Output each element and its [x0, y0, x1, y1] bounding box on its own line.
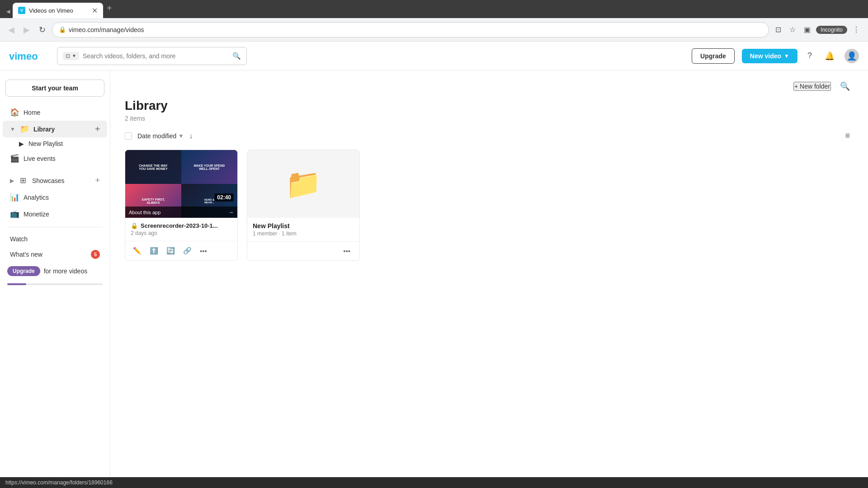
- search-input[interactable]: [83, 52, 229, 60]
- upgrade-row: Upgrade for more videos: [0, 263, 110, 280]
- video-loop-button[interactable]: 🔄: [164, 245, 177, 257]
- sidebar-toggle-icon[interactable]: ▣: [801, 23, 813, 36]
- upgrade-pill-button[interactable]: Upgrade: [7, 266, 40, 276]
- address-bar[interactable]: 🔒 vimeo.com/manage/videos: [52, 22, 769, 38]
- sidebar-item-home-label: Home: [24, 109, 100, 116]
- browser-menu-icon[interactable]: ⋮: [850, 23, 863, 36]
- help-icon[interactable]: ?: [805, 48, 815, 63]
- video-more-button[interactable]: •••: [198, 245, 209, 257]
- sidebar-item-showcases[interactable]: ▶ ⊞ Showcases +: [3, 172, 107, 189]
- sidebar-item-watch[interactable]: Watch: [3, 232, 107, 246]
- library-chevron-icon: ▼: [10, 126, 15, 132]
- bookmark-icon[interactable]: ☆: [787, 23, 798, 36]
- sidebar-item-monetize-label: Monetize: [24, 211, 100, 218]
- video-edit-button[interactable]: ✏️: [131, 245, 144, 257]
- folder-icon: 📁: [285, 167, 321, 201]
- sort-chevron-icon: ▼: [178, 133, 184, 139]
- new-folder-button[interactable]: + New folder: [793, 82, 831, 91]
- library-add-icon[interactable]: +: [95, 124, 100, 134]
- upgrade-button[interactable]: Upgrade: [692, 48, 735, 64]
- video-info: 🔒 Screenrecorder-2023-10-1... 2 days ago: [125, 218, 237, 241]
- sidebar: Start your team 🏠 Home ▼ 📁 Library + ▶ N…: [0, 70, 110, 477]
- sort-direction-button[interactable]: ↓: [189, 132, 193, 140]
- view-toggle: ≡: [841, 129, 854, 142]
- video-thumbnail: CHANGE THE WAYYOU SAVE MONEY MAKE YOUR S…: [125, 150, 237, 218]
- library-icon: 📁: [20, 124, 29, 134]
- thumbnail-bottom-bar: About this app →: [125, 206, 237, 218]
- video-title-row: 🔒 Screenrecorder-2023-10-1...: [131, 222, 232, 229]
- showcases-add-icon[interactable]: +: [95, 176, 100, 185]
- folder-actions: •••: [247, 241, 359, 260]
- sidebar-item-library[interactable]: ▼ 📁 Library +: [3, 121, 107, 137]
- sidebar-item-showcases-label: Showcases: [32, 177, 90, 184]
- storage-progress-bar: [7, 283, 103, 285]
- content-area: + New folder 🔍 Library 2 items Date modi…: [110, 70, 868, 477]
- sidebar-item-new-playlist[interactable]: ▶ New Playlist: [3, 137, 107, 150]
- video-date: 2 days ago: [131, 230, 232, 236]
- start-team-button[interactable]: Start your team: [5, 80, 104, 97]
- folder-name: New Playlist: [253, 222, 354, 230]
- sidebar-item-analytics-label: Analytics: [24, 194, 100, 201]
- status-bar: https://vimeo.com/manage/folders/1896016…: [0, 477, 868, 488]
- notifications-icon[interactable]: 🔔: [822, 48, 837, 64]
- video-share-button[interactable]: ⬆️: [147, 245, 160, 257]
- content-search-button[interactable]: 🔍: [836, 80, 854, 93]
- new-tab-button[interactable]: +: [103, 3, 116, 14]
- sidebar-item-home[interactable]: 🏠 Home: [3, 104, 107, 121]
- live-events-icon: 🎬: [10, 154, 19, 163]
- back-button[interactable]: ◀: [5, 23, 17, 37]
- forward-button[interactable]: ▶: [21, 23, 33, 37]
- svg-text:vimeo: vimeo: [9, 51, 38, 61]
- thumbnail-arrow-icon: →: [228, 209, 234, 216]
- content-header: + New folder 🔍: [110, 70, 868, 93]
- sidebar-item-new-playlist-label: New Playlist: [28, 140, 63, 147]
- tab-favicon: V: [18, 7, 25, 14]
- showcases-chevron-icon: ▶: [10, 178, 14, 184]
- sort-dropdown[interactable]: Date modified ▼: [137, 132, 184, 140]
- sort-label: Date modified: [137, 132, 176, 140]
- sidebar-whats-new-label: What's new: [10, 251, 86, 258]
- sidebar-item-monetize[interactable]: 📺 Monetize: [3, 206, 107, 222]
- select-all-checkbox[interactable]: [125, 132, 132, 140]
- video-grid: CHANGE THE WAYYOU SAVE MONEY MAKE YOUR S…: [110, 150, 868, 261]
- tab-close-button[interactable]: ✕: [92, 6, 98, 15]
- video-duration: 02:40: [214, 193, 234, 202]
- app-header: vimeo ⊡▼ 🔍 Upgrade New video ▼ ? 🔔 👤: [0, 42, 868, 70]
- upgrade-suffix-label: for more videos: [44, 267, 87, 275]
- folder-items: 1 item: [282, 230, 297, 237]
- sidebar-item-analytics[interactable]: 📊 Analytics: [3, 189, 107, 206]
- refresh-button[interactable]: ↻: [36, 23, 48, 37]
- sidebar-watch-label: Watch: [10, 235, 100, 243]
- sort-bar: Date modified ▼ ↓ ≡: [110, 129, 868, 142]
- new-video-label: New video: [750, 52, 781, 60]
- sidebar-item-live-events[interactable]: 🎬 Live events: [3, 150, 107, 167]
- new-video-chevron-icon: ▼: [784, 53, 789, 59]
- video-title-text: Screenrecorder-2023-10-1...: [141, 222, 218, 229]
- screenshot-icon[interactable]: ⊡: [773, 23, 784, 36]
- thumbnail-label: About this app: [129, 210, 160, 215]
- new-video-button[interactable]: New video ▼: [742, 49, 797, 63]
- folder-more-button[interactable]: •••: [340, 245, 354, 257]
- list-view-button[interactable]: ≡: [841, 129, 854, 142]
- search-container[interactable]: ⊡▼ 🔍: [57, 47, 247, 65]
- sidebar-item-library-label: Library: [33, 126, 91, 133]
- sidebar-item-live-events-label: Live events: [24, 155, 100, 162]
- folder-card[interactable]: 📁 New Playlist 1 member · 1 item •••: [247, 150, 360, 261]
- search-type-dropdown[interactable]: ⊡▼: [63, 52, 79, 60]
- playlist-chevron-icon: ▶: [19, 140, 24, 147]
- home-icon: 🏠: [10, 108, 19, 117]
- tab-title: Videos on Vimeo: [29, 7, 73, 14]
- sidebar-item-whats-new[interactable]: What's new 5: [3, 246, 107, 263]
- showcases-icon: ⊞: [19, 176, 28, 185]
- monetize-icon: 📺: [10, 209, 19, 219]
- avatar[interactable]: 👤: [844, 49, 859, 63]
- sidebar-divider: [7, 227, 103, 227]
- address-text: vimeo.com/manage/videos: [69, 26, 144, 33]
- browser-tab[interactable]: V Videos on Vimeo ✕: [13, 3, 103, 18]
- page-title: Library: [110, 93, 868, 115]
- vimeo-logo[interactable]: vimeo: [9, 51, 50, 61]
- video-link-button[interactable]: 🔗: [181, 245, 194, 257]
- folder-info: New Playlist 1 member · 1 item: [247, 218, 359, 241]
- video-card[interactable]: CHANGE THE WAYYOU SAVE MONEY MAKE YOUR S…: [125, 150, 238, 261]
- status-url: https://vimeo.com/manage/folders/1896016…: [5, 479, 113, 486]
